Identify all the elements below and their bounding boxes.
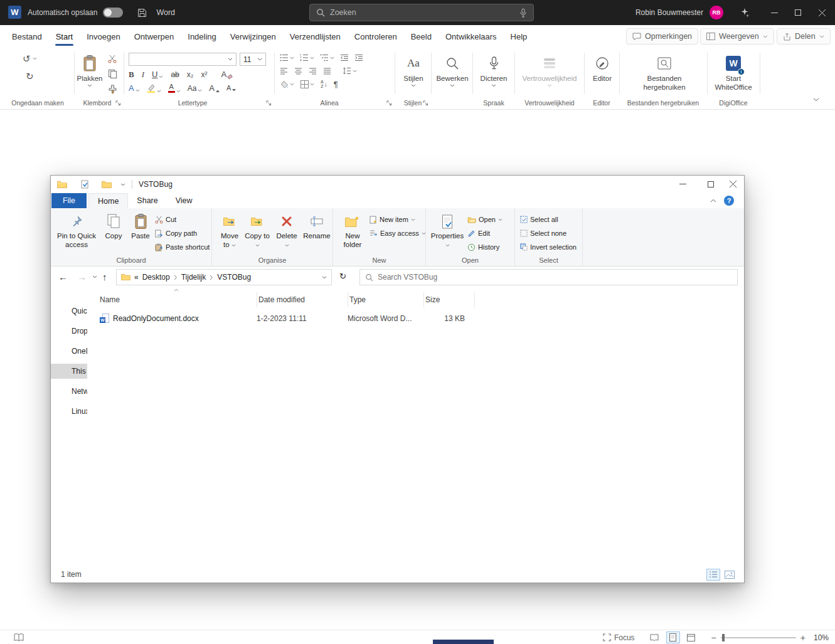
easy-access-button[interactable]: Easy access bbox=[370, 227, 426, 240]
tab-start[interactable]: Start bbox=[49, 25, 80, 48]
breadcrumb-tijdelijk[interactable]: Tijdelijk bbox=[181, 273, 206, 282]
explorer-maximize-button[interactable] bbox=[708, 181, 714, 187]
paste-button[interactable]: Paste bbox=[129, 211, 152, 240]
paste-button[interactable]: Plakken bbox=[76, 53, 104, 87]
zoom-in-button[interactable]: + bbox=[800, 633, 806, 643]
breadcrumb-overflow[interactable]: « bbox=[134, 273, 139, 282]
explorer-search-input[interactable] bbox=[378, 273, 732, 282]
reuse-files-button[interactable]: Bestanden hergebruiken bbox=[641, 53, 688, 92]
file-menu-button[interactable]: File bbox=[51, 193, 87, 208]
bullets-button[interactable] bbox=[280, 54, 294, 61]
refresh-button[interactable]: ↻ bbox=[339, 272, 346, 281]
word-app-icon[interactable]: W bbox=[8, 6, 21, 19]
column-header-size[interactable]: Size bbox=[423, 295, 474, 304]
styles-button[interactable]: Aa Stijlen bbox=[398, 53, 429, 87]
details-view-button[interactable] bbox=[706, 569, 720, 581]
numbering-button[interactable] bbox=[300, 54, 314, 61]
zoom-level[interactable]: 10% bbox=[814, 633, 829, 642]
horizontal-scrollbar-thumb[interactable] bbox=[433, 640, 494, 644]
redo-button[interactable]: ↻ bbox=[26, 71, 34, 82]
read-mode-button[interactable] bbox=[648, 631, 662, 643]
paste-shortcut-button[interactable]: Paste shortcut bbox=[155, 241, 210, 253]
tab-invoegen[interactable]: Invoegen bbox=[80, 25, 127, 48]
focus-button[interactable]: Focus bbox=[603, 633, 635, 642]
sidebar-item-network[interactable]: Network bbox=[51, 384, 87, 399]
subscript-button[interactable]: x₂ bbox=[187, 71, 194, 78]
align-right-button[interactable] bbox=[309, 68, 317, 75]
multilevel-list-button[interactable] bbox=[320, 54, 334, 61]
rename-button[interactable]: Rename bbox=[302, 211, 331, 240]
sidebar-item-dropbox[interactable]: Dropbox bbox=[51, 324, 87, 339]
sensitivity-button[interactable]: Vertrouwelijkheid bbox=[518, 53, 581, 87]
bold-button[interactable]: B bbox=[129, 70, 134, 78]
clear-formatting-button[interactable]: A bbox=[221, 70, 232, 78]
increase-indent-button[interactable] bbox=[354, 54, 363, 61]
line-spacing-button[interactable] bbox=[343, 67, 357, 75]
print-layout-button[interactable] bbox=[666, 631, 680, 643]
editor-button[interactable]: Editor bbox=[587, 53, 617, 83]
mic-icon[interactable] bbox=[519, 8, 527, 18]
history-button[interactable]: History bbox=[467, 241, 499, 253]
open-button[interactable]: Open bbox=[467, 213, 503, 226]
column-header-name[interactable]: Name bbox=[98, 295, 257, 304]
sidebar-item-onedrive[interactable]: OneDrive bbox=[51, 344, 87, 359]
reading-status-icon[interactable] bbox=[14, 633, 24, 641]
up-button[interactable]: ↑ bbox=[102, 272, 107, 282]
clipboard-dialog-launcher[interactable] bbox=[115, 100, 121, 106]
whiteoffice-button[interactable]: W i Start WhiteOffice bbox=[713, 53, 754, 92]
explorer-minimize-button[interactable] bbox=[679, 181, 686, 187]
maximize-button[interactable] bbox=[789, 0, 807, 25]
copy-path-button[interactable]: Copy path bbox=[155, 227, 197, 240]
forward-button[interactable]: → bbox=[77, 272, 87, 282]
dictate-button[interactable]: Dicteren bbox=[477, 53, 511, 87]
font-size-select[interactable]: 11 bbox=[240, 53, 266, 66]
comments-button[interactable]: Opmerkingen bbox=[626, 28, 698, 45]
tab-controleren[interactable]: Controleren bbox=[348, 25, 404, 48]
tab-home[interactable]: Home bbox=[88, 193, 128, 208]
justify-button[interactable] bbox=[323, 68, 331, 75]
view-mode-button[interactable]: Weergeven bbox=[700, 28, 774, 45]
format-painter-button[interactable] bbox=[109, 85, 117, 93]
shading-button[interactable] bbox=[280, 80, 294, 88]
delete-button[interactable]: Delete bbox=[274, 211, 300, 250]
font-name-select[interactable] bbox=[129, 53, 237, 66]
styles-dialog-launcher[interactable] bbox=[423, 100, 428, 106]
align-left-button[interactable] bbox=[280, 68, 288, 75]
zoom-out-button[interactable]: − bbox=[711, 633, 716, 643]
italic-button[interactable]: I bbox=[142, 70, 144, 78]
invert-selection-button[interactable]: Invert selection bbox=[520, 241, 577, 253]
tab-ontwerpen[interactable]: Ontwerpen bbox=[127, 25, 181, 48]
back-button[interactable]: ← bbox=[58, 272, 68, 282]
qat-chevron[interactable] bbox=[120, 183, 125, 186]
tab-help[interactable]: Help bbox=[504, 25, 535, 48]
collapse-ribbon-chevron[interactable] bbox=[813, 98, 819, 102]
sidebar-item-this-pc[interactable]: This PC bbox=[51, 364, 87, 379]
cut-button[interactable]: Cut bbox=[155, 213, 176, 226]
folder-icon[interactable] bbox=[57, 181, 67, 189]
copy-to-button[interactable]: Copy to bbox=[245, 211, 270, 250]
edit-button[interactable]: Edit bbox=[467, 227, 490, 240]
editing-button[interactable]: Bewerken bbox=[434, 53, 471, 87]
large-icons-view-button[interactable] bbox=[723, 569, 737, 581]
web-layout-button[interactable] bbox=[684, 631, 698, 643]
close-button[interactable] bbox=[812, 0, 831, 25]
address-dropdown-chevron[interactable] bbox=[322, 276, 327, 279]
sidebar-item-quick-access[interactable]: Quick access bbox=[51, 304, 87, 319]
share-button[interactable]: Delen bbox=[777, 28, 831, 45]
new-folder-button[interactable]: New folder bbox=[338, 211, 367, 250]
collapse-ribbon-button[interactable] bbox=[710, 199, 716, 203]
minimize-button[interactable] bbox=[765, 0, 784, 25]
pin-quick-access-button[interactable]: Pin to Quick access bbox=[56, 211, 97, 250]
font-color-button[interactable]: A bbox=[168, 83, 181, 93]
font-dialog-launcher[interactable] bbox=[266, 100, 272, 106]
decrease-indent-button[interactable] bbox=[340, 54, 349, 61]
address-box[interactable]: « Desktop Tijdelijk VSTOBug bbox=[116, 269, 332, 285]
undo-button[interactable]: ↺ bbox=[23, 54, 37, 63]
pilcrow-button[interactable]: ¶ bbox=[334, 80, 338, 88]
breadcrumb-desktop[interactable]: Desktop bbox=[142, 273, 170, 282]
tab-bestand[interactable]: Bestand bbox=[5, 25, 49, 48]
properties-button[interactable]: Properties bbox=[431, 211, 464, 250]
properties-qat-icon[interactable] bbox=[81, 180, 89, 189]
explorer-search-box[interactable] bbox=[359, 269, 738, 285]
tab-beeld[interactable]: Beeld bbox=[404, 25, 439, 48]
